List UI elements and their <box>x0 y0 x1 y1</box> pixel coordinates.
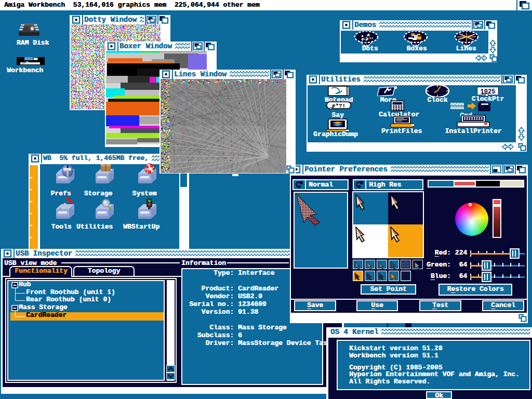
svg-text:#*?!: #*?! <box>332 103 345 109</box>
